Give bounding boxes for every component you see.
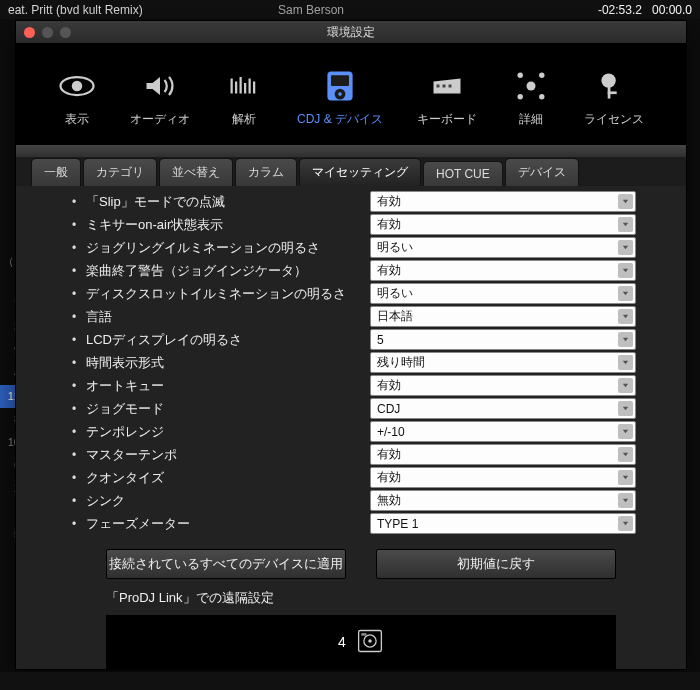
toolbar-item-3[interactable]: CDJ & デバイス — [297, 67, 383, 128]
bullet-icon: • — [72, 264, 76, 278]
setting-label: マスターテンポ — [86, 446, 366, 464]
time-elapsed: 00:00.0 — [652, 3, 692, 17]
tab-4[interactable]: マイセッティング — [299, 158, 421, 186]
prodj-link-count: 4 — [338, 634, 346, 650]
toolbar-label: キーボード — [417, 111, 477, 128]
bullet-icon: • — [72, 287, 76, 301]
setting-value: 有効 — [377, 469, 401, 486]
toolbar-item-4[interactable]: キーボード — [417, 67, 477, 128]
license-icon — [595, 67, 633, 105]
setting-value: CDJ — [377, 402, 400, 416]
setting-value: 日本語 — [377, 308, 413, 325]
audio-icon — [141, 67, 179, 105]
svg-point-17 — [517, 73, 522, 78]
toolbar-item-5[interactable]: 詳細 — [512, 67, 550, 128]
toolbar-item-0[interactable]: 表示 — [58, 67, 96, 128]
toolbar-label: オーディオ — [130, 111, 190, 128]
svg-point-1 — [72, 81, 83, 92]
svg-rect-27 — [361, 633, 366, 636]
toolbar-label: 詳細 — [519, 111, 543, 128]
setting-row: •テンポレンジ+/-10 — [86, 420, 656, 443]
chevron-down-icon — [618, 286, 633, 301]
setting-row: •フェーズメーターTYPE 1 — [86, 512, 656, 535]
setting-value: 有効 — [377, 377, 401, 394]
setting-select-0[interactable]: 有効 — [370, 191, 636, 212]
chevron-down-icon — [618, 332, 633, 347]
bullet-icon: • — [72, 402, 76, 416]
setting-select-14[interactable]: TYPE 1 — [370, 513, 636, 534]
svg-rect-15 — [449, 85, 452, 88]
setting-select-3[interactable]: 有効 — [370, 260, 636, 281]
toolbar-item-2[interactable]: 解析 — [225, 67, 263, 128]
preferences-toolbar: 表示オーディオ解析CDJ & デバイスキーボード詳細ライセンス — [16, 44, 686, 145]
tab-2[interactable]: 並べ替え — [159, 158, 233, 186]
setting-row: •ミキサーon-air状態表示有効 — [86, 213, 656, 236]
setting-row: •ディスクスロットイルミネーションの明るさ明るい — [86, 282, 656, 305]
reset-defaults-button[interactable]: 初期値に戻す — [376, 549, 616, 579]
setting-select-1[interactable]: 有効 — [370, 214, 636, 235]
svg-rect-10 — [331, 75, 349, 86]
prodj-link-label: 「ProDJ Link」での遠隔設定 — [16, 585, 686, 611]
apply-all-devices-button[interactable]: 接続されているすべてのデバイスに適用 — [106, 549, 346, 579]
svg-rect-14 — [443, 85, 446, 88]
toolbar-item-6[interactable]: ライセンス — [584, 67, 644, 128]
setting-select-10[interactable]: +/-10 — [370, 421, 636, 442]
svg-rect-4 — [235, 82, 237, 94]
prodj-link-device[interactable]: 4 — [106, 615, 616, 669]
setting-label: LCDディスプレイの明るさ — [86, 331, 366, 349]
tab-1[interactable]: カテゴリ — [83, 158, 157, 186]
tab-0[interactable]: 一般 — [31, 158, 81, 186]
setting-label: 時間表示形式 — [86, 354, 366, 372]
setting-row: •時間表示形式残り時間 — [86, 351, 656, 374]
setting-value: 有効 — [377, 446, 401, 463]
svg-point-20 — [539, 94, 544, 99]
window-titlebar[interactable]: 環境設定 — [16, 21, 686, 44]
setting-value: 有効 — [377, 216, 401, 233]
setting-value: 5 — [377, 333, 384, 347]
setting-select-6[interactable]: 5 — [370, 329, 636, 350]
setting-value: 残り時間 — [377, 354, 425, 371]
svg-rect-7 — [248, 79, 250, 94]
svg-rect-5 — [239, 77, 241, 94]
bullet-icon: • — [72, 333, 76, 347]
svg-point-26 — [368, 639, 372, 643]
bullet-icon: • — [72, 517, 76, 531]
setting-select-7[interactable]: 残り時間 — [370, 352, 636, 373]
setting-select-11[interactable]: 有効 — [370, 444, 636, 465]
chevron-down-icon — [618, 470, 633, 485]
setting-label: フェーズメーター — [86, 515, 366, 533]
toolbar-label: ライセンス — [584, 111, 644, 128]
tab-5[interactable]: HOT CUE — [423, 161, 503, 186]
setting-select-9[interactable]: CDJ — [370, 398, 636, 419]
chevron-down-icon — [618, 355, 633, 370]
setting-label: 楽曲終了警告（ジョグインジケータ） — [86, 262, 366, 280]
preferences-tabbar: 一般カテゴリ並べ替えカラムマイセッティングHOT CUEデバイス — [16, 157, 686, 185]
svg-rect-13 — [437, 85, 440, 88]
preferences-content: •「Slip」モードでの点滅有効•ミキサーon-air状態表示有効•ジョグリング… — [16, 186, 686, 669]
preferences-window: 環境設定 表示オーディオ解析CDJ & デバイスキーボード詳細ライセンス 一般カ… — [15, 20, 687, 670]
chevron-down-icon — [618, 309, 633, 324]
setting-value: +/-10 — [377, 425, 405, 439]
chevron-down-icon — [618, 516, 633, 531]
toolbar-item-1[interactable]: オーディオ — [130, 67, 190, 128]
bullet-icon: • — [72, 425, 76, 439]
bullet-icon: • — [72, 471, 76, 485]
setting-select-4[interactable]: 明るい — [370, 283, 636, 304]
advanced-icon — [512, 67, 550, 105]
tab-6[interactable]: デバイス — [505, 158, 579, 186]
setting-select-13[interactable]: 無効 — [370, 490, 636, 511]
toolbar-label: 表示 — [65, 111, 89, 128]
setting-select-8[interactable]: 有効 — [370, 375, 636, 396]
tab-3[interactable]: カラム — [235, 158, 297, 186]
cdj-device-icon — [321, 67, 359, 105]
setting-row: •クオンタイズ有効 — [86, 466, 656, 489]
setting-row: •オートキュー有効 — [86, 374, 656, 397]
setting-select-12[interactable]: 有効 — [370, 467, 636, 488]
setting-select-5[interactable]: 日本語 — [370, 306, 636, 327]
setting-row: •ジョグモードCDJ — [86, 397, 656, 420]
toolbar-label: 解析 — [232, 111, 256, 128]
svg-point-12 — [338, 92, 342, 96]
setting-select-2[interactable]: 明るい — [370, 237, 636, 258]
setting-value: 明るい — [377, 239, 413, 256]
setting-row: •ジョグリングイルミネーションの明るさ明るい — [86, 236, 656, 259]
